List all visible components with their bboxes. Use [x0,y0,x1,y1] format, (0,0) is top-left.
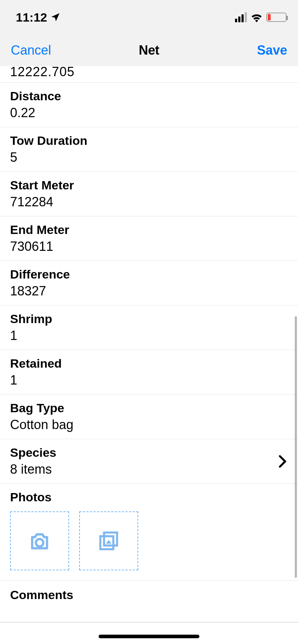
label-comments: Comments [10,588,288,602]
battery-icon [266,13,286,22]
take-photo-button[interactable] [10,511,69,570]
row-difference[interactable]: Difference 18327 [0,261,298,305]
label-species: Species [10,446,57,460]
label-retained: Retained [10,356,288,371]
form-content: 12222.705 Distance 0.22 Tow Duration 5 S… [0,66,298,622]
value-distance: 0.22 [10,105,288,120]
label-tow-duration: Tow Duration [10,134,288,148]
gallery-icon [98,530,120,552]
scroll-indicator[interactable] [295,316,297,578]
value-end-meter: 730611 [10,239,288,254]
status-bar: 11:12 [0,0,298,34]
row-retained[interactable]: Retained 1 [0,350,298,395]
label-shrimp: Shrimp [10,312,288,326]
label-photos: Photos [10,490,288,504]
status-time: 11:12 [16,10,47,24]
cancel-button[interactable]: Cancel [11,43,51,58]
row-distance[interactable]: Distance 0.22 [0,83,298,127]
partial-row-value: 12222.705 [10,66,74,79]
label-difference: Difference [10,267,288,281]
row-tow-duration[interactable]: Tow Duration 5 [0,127,298,172]
navigation-bar: Cancel Net Save [0,34,298,66]
location-icon [50,12,61,23]
value-bag-type: Cotton bag [10,417,288,432]
label-bag-type: Bag Type [10,401,288,415]
label-distance: Distance [10,89,288,103]
row-comments[interactable]: Comments [0,581,298,622]
choose-photo-button[interactable] [79,511,138,570]
wifi-icon [250,12,263,22]
row-bag-type[interactable]: Bag Type Cotton bag [0,395,298,439]
row-end-meter[interactable]: End Meter 730611 [0,216,298,261]
svg-point-0 [36,539,44,547]
camera-icon [28,530,51,552]
value-retained: 1 [10,373,288,388]
row-species[interactable]: Species 8 items [0,439,298,484]
row-shrimp[interactable]: Shrimp 1 [0,305,298,350]
label-end-meter: End Meter [10,223,288,237]
row-photos: Photos [0,484,298,581]
label-start-meter: Start Meter [10,178,288,192]
value-start-meter: 712284 [10,194,288,210]
chevron-right-icon [279,455,286,468]
home-indicator[interactable] [99,635,199,638]
value-difference: 18327 [10,284,288,299]
value-tow-duration: 5 [10,150,288,165]
row-start-meter[interactable]: Start Meter 712284 [0,172,298,216]
partial-row-above[interactable]: 12222.705 [0,66,298,83]
save-button[interactable]: Save [257,43,287,58]
cellular-signal-icon [235,12,247,22]
value-shrimp: 1 [10,328,288,343]
bottom-blank-area [0,622,298,644]
page-title: Net [139,43,159,58]
value-comments [10,605,288,616]
value-species: 8 items [10,462,57,477]
